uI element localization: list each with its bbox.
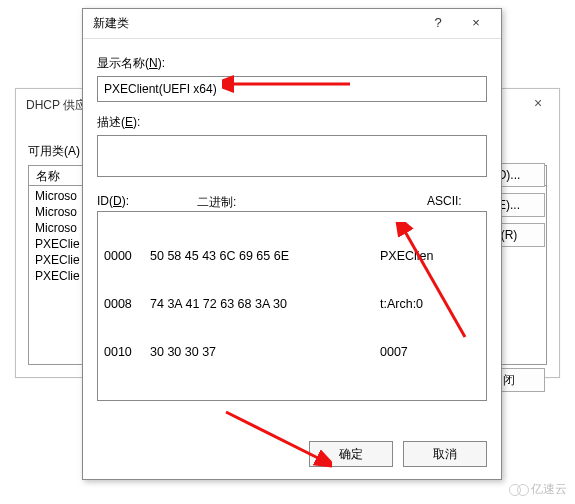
ok-button[interactable]: 确定 [309, 441, 393, 467]
available-classes-label: 可用类(A) [28, 143, 80, 160]
ascii-label: ASCII: [397, 194, 487, 211]
hex-row: 000050 58 45 43 6C 69 65 6EPXEClien [104, 248, 480, 264]
new-class-dialog: 新建类 ? × 显示名称(N): 描述(E): ID(D): 二进制: ASCI… [82, 8, 502, 480]
display-name-input[interactable] [97, 76, 487, 102]
cancel-button[interactable]: 取消 [403, 441, 487, 467]
watermark-logo-icon [517, 484, 529, 496]
dialog-title: 新建类 [93, 15, 129, 32]
list-header-name: 名称 [36, 168, 60, 185]
watermark-text: 亿速云 [531, 481, 567, 498]
hex-editor[interactable]: 000050 58 45 43 6C 69 65 6EPXEClien 0008… [97, 211, 487, 401]
close-icon[interactable]: × [523, 95, 553, 117]
hex-row: 001030 30 30 370007 [104, 344, 480, 360]
dhcp-dialog-title: DHCP 供应 [26, 97, 87, 114]
help-icon[interactable]: ? [421, 12, 455, 36]
hex-row: 000874 3A 41 72 63 68 3A 30t:Arch:0 [104, 296, 480, 312]
close-icon[interactable]: × [459, 12, 493, 36]
display-name-label: 显示名称(N): [97, 55, 487, 72]
watermark: 亿速云 [509, 481, 567, 498]
binary-label: 二进制: [197, 194, 397, 211]
titlebar: 新建类 ? × [83, 9, 501, 39]
description-label: 描述(E): [97, 114, 487, 131]
description-input[interactable] [97, 135, 487, 177]
id-label: ID(D): [97, 194, 197, 211]
